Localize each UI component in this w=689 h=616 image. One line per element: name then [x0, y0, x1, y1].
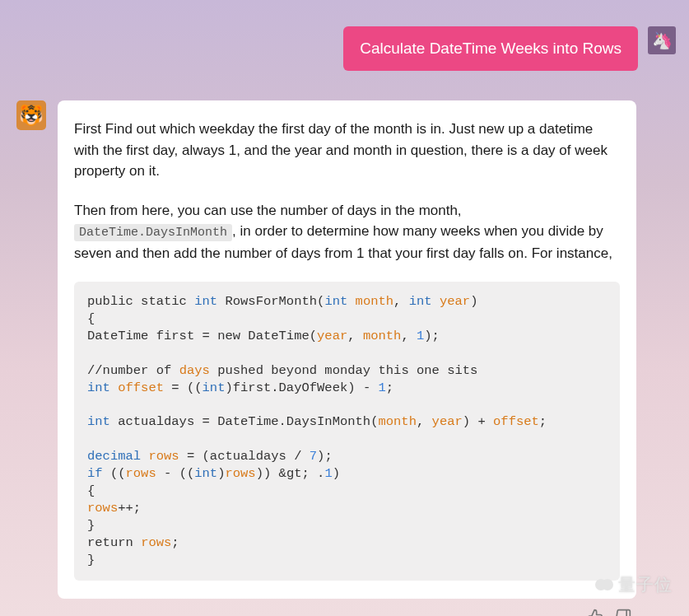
user-message-bubble: Calculate DateTime Weeks into Rows — [343, 26, 638, 71]
assistant-message-bubble: First Find out which weekday the first d… — [58, 100, 636, 599]
user-message-row: Calculate DateTime Weeks into Rows 🦄 — [13, 26, 676, 71]
feedback-row — [13, 607, 633, 616]
thumbs-down-button[interactable] — [613, 607, 633, 616]
assistant-message-row: 🐯 First Find out which weekday the first… — [13, 100, 676, 599]
code-block: public static int RowsForMonth(int month… — [74, 282, 620, 581]
thumbs-up-icon — [587, 609, 603, 616]
assistant-avatar-icon: 🐯 — [19, 104, 44, 127]
watermark-icon — [595, 579, 613, 590]
assistant-paragraph-2: Then from here, you can use the number o… — [74, 200, 620, 264]
watermark: 量子位 — [595, 573, 673, 596]
thumbs-down-icon — [615, 609, 631, 616]
inline-code: DateTime.DaysInMonth — [74, 224, 232, 241]
assistant-paragraph-1: First Find out which weekday the first d… — [74, 119, 620, 182]
assistant-avatar[interactable]: 🐯 — [16, 100, 46, 130]
user-message-text: Calculate DateTime Weeks into Rows — [360, 40, 621, 57]
watermark-text: 量子位 — [618, 573, 673, 596]
thumbs-up-button[interactable] — [585, 607, 605, 616]
user-avatar-icon: 🦄 — [652, 30, 673, 50]
user-avatar[interactable]: 🦄 — [648, 26, 676, 54]
